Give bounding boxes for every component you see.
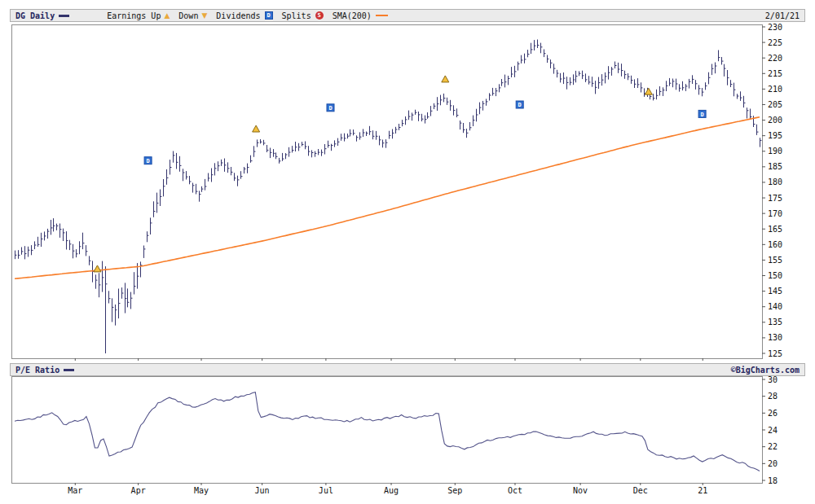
pe-y-tick-label: 18 bbox=[768, 476, 778, 485]
price-y-tick-label: 140 bbox=[768, 302, 782, 311]
pe-y-tick-label: 20 bbox=[768, 459, 778, 468]
earnings-down-icon: ▼ bbox=[201, 12, 207, 20]
bigcharts-copyright: ©BigCharts.com bbox=[731, 366, 800, 375]
month-label: May bbox=[189, 486, 214, 495]
price-y-tick-label: 190 bbox=[768, 147, 782, 156]
price-y-tick-label: 180 bbox=[768, 177, 782, 186]
x-axis-month-labels: MarAprMayJunJulAugSepOctNovDec21 bbox=[0, 486, 815, 497]
legend-down-label: Down bbox=[178, 11, 198, 20]
price-y-tick-label: 175 bbox=[768, 194, 782, 203]
dividend-marker-glyph: D bbox=[700, 112, 703, 118]
pe-chart: 30282624222018 bbox=[0, 375, 815, 489]
month-label: Aug bbox=[379, 486, 403, 495]
month-label: Dec bbox=[628, 486, 653, 495]
price-y-tick-label: 170 bbox=[768, 209, 782, 218]
price-y-tick-label: 215 bbox=[768, 69, 782, 78]
price-y-tick-label: 225 bbox=[768, 38, 782, 47]
sma-swatch-icon bbox=[376, 15, 388, 16]
pe-y-tick-label: 22 bbox=[768, 442, 778, 451]
pe-y-tick-label: 30 bbox=[768, 375, 778, 384]
pe-chart-frame bbox=[11, 376, 762, 483]
price-y-tick-label: 130 bbox=[768, 333, 782, 342]
price-y-tick-label: 155 bbox=[768, 256, 782, 265]
dividend-marker-glyph: D bbox=[146, 158, 149, 164]
split-icon: S bbox=[315, 11, 324, 20]
price-y-tick-label: 145 bbox=[768, 287, 782, 296]
pe-ratio-label: P/E Ratio bbox=[15, 366, 59, 375]
price-y-tick-label: 195 bbox=[768, 131, 782, 140]
symbol-label: DG Daily bbox=[15, 11, 55, 20]
month-label: Nov bbox=[568, 486, 593, 495]
price-chart-frame bbox=[11, 24, 762, 358]
pe-y-tick-label: 26 bbox=[768, 409, 778, 418]
chart-date: 2/01/21 bbox=[765, 11, 800, 20]
month-label: Sep bbox=[443, 486, 467, 495]
legend-earnings-up-label: Earnings Up bbox=[107, 11, 161, 20]
price-y-tick-label: 125 bbox=[768, 349, 782, 358]
earnings-up-icon: ▲ bbox=[164, 12, 170, 20]
chart-header-bar: DG Daily Earnings Up ▲ Down ▼ Dividends … bbox=[10, 9, 805, 22]
dividend-icon: D bbox=[265, 11, 273, 20]
legend-sma-label: SMA(200) bbox=[333, 11, 372, 20]
pe-y-tick-label: 28 bbox=[768, 392, 778, 401]
price-y-tick-label: 165 bbox=[768, 225, 782, 234]
price-y-tick-label: 220 bbox=[768, 54, 782, 63]
month-label: Jun bbox=[250, 486, 275, 495]
price-y-tick-label: 160 bbox=[768, 240, 782, 249]
price-y-tick-label: 210 bbox=[768, 85, 782, 94]
pe-y-tick-label: 24 bbox=[768, 426, 778, 435]
dividend-marker-glyph: D bbox=[328, 105, 332, 112]
legend-splits-label: Splits bbox=[282, 11, 311, 20]
price-y-tick-label: 200 bbox=[768, 116, 782, 125]
price-series-swatch-icon bbox=[59, 15, 69, 17]
pe-series-swatch-icon bbox=[64, 369, 74, 371]
month-label: Oct bbox=[503, 486, 527, 495]
month-label: 21 bbox=[690, 486, 715, 495]
price-y-tick-label: 135 bbox=[768, 318, 782, 327]
month-label: Mar bbox=[63, 486, 87, 495]
price-y-tick-label: 230 bbox=[768, 24, 782, 32]
legend-dividends-label: Dividends bbox=[216, 11, 260, 20]
price-y-tick-label: 185 bbox=[768, 162, 782, 171]
price-chart: 2302252202152102052001951901851801751701… bbox=[0, 24, 815, 362]
month-label: Jul bbox=[314, 486, 338, 495]
pe-ratio-bar: P/E Ratio ©BigCharts.com bbox=[10, 363, 805, 376]
month-label: Apr bbox=[126, 486, 151, 495]
price-y-tick-label: 150 bbox=[768, 271, 782, 280]
price-y-tick-label: 205 bbox=[768, 100, 782, 109]
dividend-marker-glyph: D bbox=[518, 102, 522, 108]
